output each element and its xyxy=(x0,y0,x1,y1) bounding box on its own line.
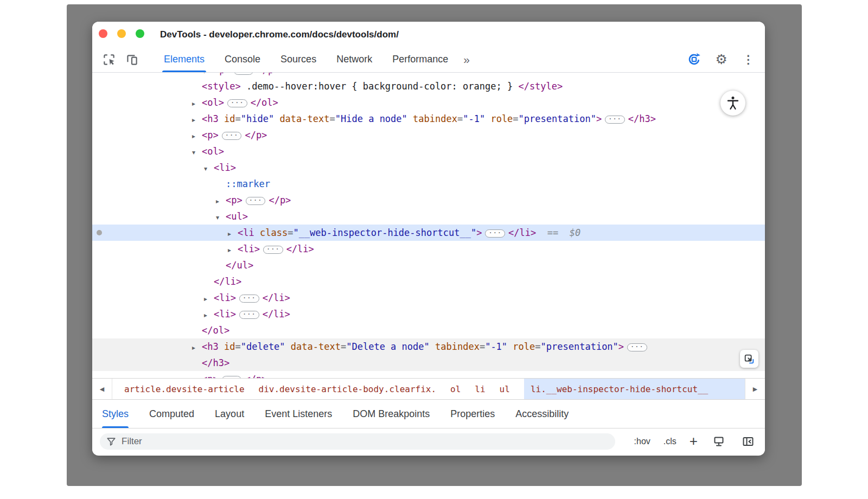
code-segment: "hide" xyxy=(241,113,274,124)
element-classes-button[interactable]: .cls xyxy=(663,437,676,446)
tab-styles[interactable]: Styles xyxy=(102,400,129,428)
breadcrumb-item[interactable]: article.devsite-article xyxy=(124,379,245,399)
zoom-button[interactable] xyxy=(136,29,144,38)
expand-ellipsis-button[interactable]: ··· xyxy=(239,311,259,319)
expand-ellipsis-button[interactable]: ··· xyxy=(246,197,266,205)
disclosure-arrow-down-icon[interactable]: ▾ xyxy=(192,144,202,161)
dom-tree-row[interactable]: ▸<h3 id="hide" data-text="Hide a node" t… xyxy=(92,111,765,127)
dom-tree-row[interactable]: ▸<li>···</li> xyxy=(92,290,765,306)
code-segment: </h3> xyxy=(628,113,656,124)
expand-ellipsis-button[interactable]: ··· xyxy=(627,343,647,351)
tab-console[interactable]: Console xyxy=(225,47,260,72)
breadcrumb-item[interactable]: li xyxy=(475,379,485,399)
code-segment: > xyxy=(618,341,624,352)
expand-ellipsis-button[interactable]: ··· xyxy=(239,295,259,303)
code-segment: "-1" xyxy=(485,341,507,352)
expand-ellipsis-button[interactable]: ··· xyxy=(227,99,247,107)
new-style-rule-button[interactable]: + xyxy=(690,436,698,446)
dom-tree-row[interactable]: ▾<ol> xyxy=(92,143,765,159)
dom-tree-row[interactable]: ::marker xyxy=(92,176,765,192)
pop-out-icon[interactable] xyxy=(740,350,758,368)
breadcrumb-item[interactable]: ol xyxy=(450,379,461,399)
dom-tree-row[interactable]: </ul> xyxy=(92,257,765,273)
dom-tree-row[interactable]: </li> xyxy=(92,273,765,290)
minimize-button[interactable] xyxy=(117,29,126,38)
code-segment: = xyxy=(341,341,346,352)
panel-tabs: StylesComputedLayoutEvent ListenersDOM B… xyxy=(92,400,765,428)
page: { "colors": { "accent_blue": "#1a73e8", … xyxy=(0,0,868,499)
tab-accessibility[interactable]: Accessibility xyxy=(515,400,569,428)
expand-ellipsis-button[interactable]: ··· xyxy=(485,229,505,238)
toggle-element-state-button[interactable]: :hov xyxy=(634,437,650,446)
code-segment xyxy=(407,113,413,124)
disclosure-arrow-right-icon[interactable]: ▸ xyxy=(192,340,202,356)
more-tabs-icon[interactable]: » xyxy=(463,53,470,66)
dom-tree-row[interactable]: <style> .demo--hover:hover { background-… xyxy=(92,78,765,94)
sidebar-panel-toggle-icon[interactable] xyxy=(740,433,756,450)
disclosure-arrow-down-icon[interactable]: ▾ xyxy=(204,161,214,177)
dom-tree-row[interactable]: ▸<li class="__web-inspector-hide-shortcu… xyxy=(92,225,765,241)
close-button[interactable] xyxy=(99,29,107,38)
tab-dom-breakpoints[interactable]: DOM Breakpoints xyxy=(353,400,430,428)
disclosure-arrow-right-icon[interactable]: ▸ xyxy=(204,307,214,323)
disclosure-arrow-right-icon[interactable]: ▸ xyxy=(204,291,214,307)
dom-tree-row[interactable]: </ol> xyxy=(92,322,765,338)
rendering-emulations-icon[interactable] xyxy=(711,433,727,450)
dom-tree-row[interactable]: ▸<ol>···</ol> xyxy=(92,94,765,111)
code-segment xyxy=(219,341,224,352)
code-segment: </li> xyxy=(263,292,290,303)
kebab-menu-icon[interactable]: ⋮ xyxy=(741,53,756,66)
dom-tree-row[interactable]: ▸<li>···</li> xyxy=(92,306,765,322)
disclosure-arrow-right-icon[interactable]: ▸ xyxy=(192,128,202,144)
expand-ellipsis-button[interactable]: ··· xyxy=(605,116,625,124)
inspect-element-icon[interactable] xyxy=(101,52,117,68)
breadcrumb-item[interactable]: li.__web-inspector-hide-shortcut__ xyxy=(524,379,745,399)
dom-tree-row[interactable]: ▸<p>···</p> xyxy=(92,192,765,208)
code-segment: = xyxy=(235,341,240,352)
disclosure-arrow-right-icon[interactable]: ▸ xyxy=(192,95,202,112)
tab-network[interactable]: Network xyxy=(336,47,372,72)
dom-tree-row[interactable]: ▸<li>···</li> xyxy=(92,241,765,257)
dom-tree-row[interactable]: </h3> xyxy=(92,355,765,371)
disclosure-arrow-right-icon[interactable]: ▸ xyxy=(192,372,202,378)
tab-event-listeners[interactable]: Event Listeners xyxy=(265,400,332,428)
dom-tree-row[interactable]: ▸<p>···</p> xyxy=(92,371,765,378)
dom-tree-row[interactable]: ▾<ul> xyxy=(92,208,765,225)
tab-layout[interactable]: Layout xyxy=(215,400,244,428)
expand-ellipsis-button[interactable]: ··· xyxy=(234,73,254,75)
code-segment xyxy=(485,113,490,124)
title-bar: DevTools - developer.chrome.com/docs/dev… xyxy=(92,22,765,47)
tab-performance[interactable]: Performance xyxy=(392,47,448,72)
disclosure-arrow-right-icon[interactable]: ▸ xyxy=(216,193,226,209)
accessibility-person-icon[interactable] xyxy=(720,91,745,116)
disclosure-arrow-down-icon[interactable]: ▾ xyxy=(216,209,226,226)
dom-tree-row[interactable]: ▸<h3 id="delete" data-text="Delete a nod… xyxy=(92,338,765,355)
refresh-circle-icon[interactable] xyxy=(686,52,703,68)
tab-elements[interactable]: Elements xyxy=(164,47,205,72)
expand-ellipsis-button[interactable]: ··· xyxy=(222,132,242,140)
device-toolbar-icon[interactable] xyxy=(124,52,140,68)
breadcrumb-item[interactable]: ul xyxy=(500,379,510,399)
tab-properties[interactable]: Properties xyxy=(450,400,495,428)
dom-tree-row[interactable]: ▾<li> xyxy=(92,159,765,176)
breadcrumb-scroll-right-icon[interactable]: ▶ xyxy=(745,379,765,399)
expand-ellipsis-button[interactable]: ··· xyxy=(263,246,283,254)
disclosure-arrow-right-icon[interactable]: ▸ xyxy=(192,112,202,128)
breadcrumb-item[interactable]: div.devsite-article-body.clearfix. xyxy=(259,379,437,399)
dom-tree-row[interactable]: ▸<p>···</p> xyxy=(92,127,765,143)
gear-icon[interactable]: ⚙ xyxy=(716,53,727,66)
code-segment: .demo--hover:hover { background-color: o… xyxy=(241,81,519,92)
disclosure-arrow-right-icon[interactable]: ▸ xyxy=(228,242,238,258)
code-segment: </p> xyxy=(257,73,279,75)
code-segment: </li> xyxy=(263,309,290,319)
tab-sources[interactable]: Sources xyxy=(280,47,316,72)
breadcrumbs: article.devsite-articlediv.devsite-artic… xyxy=(112,379,745,399)
code-segment: <ol> xyxy=(202,146,224,157)
disclosure-arrow-right-icon[interactable]: ▸ xyxy=(228,226,238,242)
code-segment: </p> xyxy=(245,130,267,140)
toolbar-right-icons: ⚙ ⋮ xyxy=(686,52,756,68)
filter-input[interactable]: Filter xyxy=(100,433,615,450)
breadcrumb-scroll-left-icon[interactable]: ◀ xyxy=(92,379,112,399)
tab-computed[interactable]: Computed xyxy=(149,400,194,428)
dom-tree-row[interactable]: ▸<p>···</p> xyxy=(92,73,765,78)
